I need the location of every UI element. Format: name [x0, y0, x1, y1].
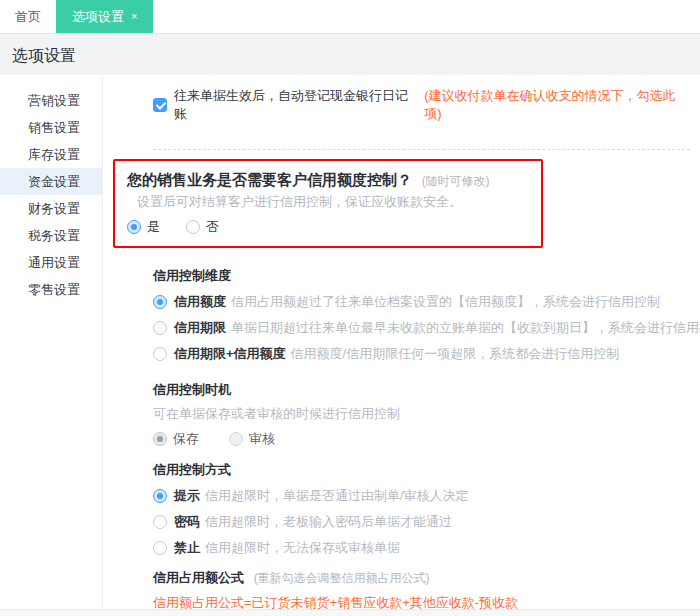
page-title: 选项设置 — [12, 46, 688, 67]
sidebar-item[interactable]: 销售设置 — [0, 114, 102, 141]
radio-icon — [229, 432, 243, 446]
credit-timing-radio-group: 保存 审核 — [153, 430, 690, 448]
credit-question-title: 您的销售业务是否需要客户信用额度控制？ — [127, 171, 412, 188]
radio-option-desc: 信用额度/信用期限任何一项超限，系统都会进行信用控制 — [291, 346, 620, 362]
credit-formula-heading: 信用占用额公式 (重新勾选会调整信用额占用公式) — [153, 570, 690, 587]
sidebar-item-label: 税务设置 — [28, 228, 80, 243]
sidebar-item-label: 零售设置 — [28, 282, 80, 297]
footer-strip — [0, 610, 700, 616]
credit-method-radio-option[interactable]: 禁止 信用超限时，无法保存或审核单据 — [153, 540, 690, 556]
section-divider — [153, 149, 690, 150]
section-credit-dimension: 信用控制维度 信用额度 信用占用额超过了往来单位档案设置的【信用额度】，系统会进… — [153, 268, 690, 362]
radio-option-desc: 信用超限时，老板输入密码后单据才能通过 — [205, 514, 452, 530]
radio-option-label: 否 — [206, 218, 219, 236]
radio-option-desc: 信用超限时，单据是否通过由制单/审核人决定 — [205, 488, 469, 504]
radio-icon — [153, 432, 167, 446]
credit-enabled-radio-option[interactable]: 是 — [127, 218, 160, 236]
radio-icon — [153, 321, 167, 335]
credit-formula-note: (重新勾选会调整信用额占用公式) — [254, 571, 430, 585]
tab-home[interactable]: 首页 — [0, 0, 56, 33]
app-window: 首页 选项设置 × 选项设置 营销设置 销售设置 库存设置 资金设置 财务设置 … — [0, 0, 700, 616]
radio-option-label: 信用额度 — [174, 294, 226, 310]
radio-option-desc: 信用占用额超过了往来单位档案设置的【信用额度】，系统会进行信用控制 — [231, 294, 660, 310]
radio-option-label: 是 — [147, 218, 160, 236]
credit-timing-title: 信用控制时机 — [153, 382, 231, 398]
section-credit-formula: 信用占用额公式 (重新勾选会调整信用额占用公式) 信用额占用公式=已订货未销货+… — [153, 570, 690, 609]
section-credit-timing: 信用控制时机 可在单据保存或者审核的时候进行信用控制 保存 审核 — [153, 382, 690, 448]
credit-formula-text: 信用额占用公式=已订货未销货+销售应收款+其他应收款-预收款 — [153, 595, 690, 609]
credit-method-radio-option[interactable]: 提示 信用超限时，单据是否通过由制单/审核人决定 — [153, 488, 690, 504]
sidebar-item-label: 营销设置 — [28, 93, 80, 108]
credit-enabled-radio-option[interactable]: 否 — [186, 218, 219, 236]
section-credit-method: 信用控制方式 提示 信用超限时，单据是否通过由制单/审核人决定 密码 信用超限时… — [153, 462, 690, 556]
credit-timing-radio-option[interactable]: 审核 — [229, 430, 275, 448]
settings-nav: 营销设置 销售设置 库存设置 资金设置 财务设置 税务设置 通用设置 零售设置 — [0, 75, 103, 609]
sidebar-item[interactable]: 零售设置 — [0, 276, 102, 303]
radio-icon — [186, 220, 200, 234]
radio-option-desc: 单据日期超过往来单位最早未收款的立账单据的【收款到期日】，系统会进行信用控制 — [231, 320, 700, 336]
credit-method-title: 信用控制方式 — [153, 462, 231, 478]
sidebar-item[interactable]: 通用设置 — [0, 249, 102, 276]
tab-options-settings-label: 选项设置 — [72, 8, 124, 26]
credit-question-heading: 您的销售业务是否需要客户信用额度控制？ (随时可修改) — [127, 170, 529, 190]
radio-option-label: 信用期限+信用额度 — [174, 346, 286, 362]
radio-icon — [153, 489, 167, 503]
radio-option-label: 信用期限 — [174, 320, 226, 336]
sidebar-item-label: 销售设置 — [28, 120, 80, 135]
credit-formula-title: 信用占用额公式 — [153, 570, 244, 586]
radio-icon — [153, 515, 167, 529]
tab-bar: 首页 选项设置 × — [0, 0, 700, 33]
credit-method-radio-option[interactable]: 密码 信用超限时，老板输入密码后单据才能通过 — [153, 514, 690, 530]
radio-option-desc: 信用超限时，无法保存或审核单据 — [205, 540, 400, 556]
credit-question-desc: 设置后可对结算客户进行信用控制，保证应收账款安全。 — [137, 193, 529, 210]
sidebar-item[interactable]: 资金设置 — [0, 168, 102, 195]
radio-icon — [153, 347, 167, 361]
tab-options-settings[interactable]: 选项设置 × — [56, 0, 153, 33]
sidebar-item-label: 财务设置 — [28, 201, 80, 216]
credit-dimension-radio-option[interactable]: 信用期限 单据日期超过往来单位最早未收款的立账单据的【收款到期日】，系统会进行信… — [153, 320, 690, 336]
sidebar-item-label: 资金设置 — [28, 174, 80, 189]
page-header: 选项设置 — [0, 33, 700, 75]
sidebar-item[interactable]: 税务设置 — [0, 222, 102, 249]
sidebar-item-label: 通用设置 — [28, 255, 80, 270]
journal-option-label: 往来单据生效后，自动登记现金银行日记账 — [174, 87, 418, 123]
sidebar-item[interactable]: 库存设置 — [0, 141, 102, 168]
radio-option-label: 保存 — [173, 430, 199, 448]
credit-question-note: (随时可修改) — [422, 174, 490, 188]
radio-icon — [153, 295, 167, 309]
credit-dimension-radio-option[interactable]: 信用期限+信用额度 信用额度/信用期限任何一项超限，系统都会进行信用控制 — [153, 346, 690, 362]
radio-option-label: 提示 — [174, 488, 200, 504]
radio-option-label: 密码 — [174, 514, 200, 530]
credit-dimension-radio-option[interactable]: 信用额度 信用占用额超过了往来单位档案设置的【信用额度】，系统会进行信用控制 — [153, 294, 690, 310]
credit-control-highlight-box: 您的销售业务是否需要客户信用额度控制？ (随时可修改) 设置后可对结算客户进行信… — [113, 159, 543, 248]
radio-icon — [127, 220, 141, 234]
close-tab-icon[interactable]: × — [131, 11, 137, 22]
credit-timing-radio-option[interactable]: 保存 — [153, 430, 199, 448]
sidebar-item[interactable]: 财务设置 — [0, 195, 102, 222]
credit-dimension-title: 信用控制维度 — [153, 268, 231, 284]
radio-icon — [153, 541, 167, 555]
checkbox-icon[interactable] — [153, 98, 167, 112]
radio-option-label: 禁止 — [174, 540, 200, 556]
journal-option-note: (建议收付款单在确认收支的情况下，勾选此项) — [424, 87, 690, 123]
settings-content: 往来单据生效后，自动登记现金银行日记账 (建议收付款单在确认收支的情况下，勾选此… — [103, 75, 700, 609]
sidebar-item[interactable]: 营销设置 — [0, 87, 102, 114]
journal-option-row[interactable]: 往来单据生效后，自动登记现金银行日记账 (建议收付款单在确认收支的情况下，勾选此… — [153, 87, 690, 123]
radio-option-label: 审核 — [249, 430, 275, 448]
sidebar-item-label: 库存设置 — [28, 147, 80, 162]
credit-timing-desc: 可在单据保存或者审核的时候进行信用控制 — [153, 406, 690, 422]
settings-panel: 营销设置 销售设置 库存设置 资金设置 财务设置 税务设置 通用设置 零售设置 — [0, 75, 700, 610]
credit-enabled-radio-group: 是 否 — [127, 218, 529, 236]
